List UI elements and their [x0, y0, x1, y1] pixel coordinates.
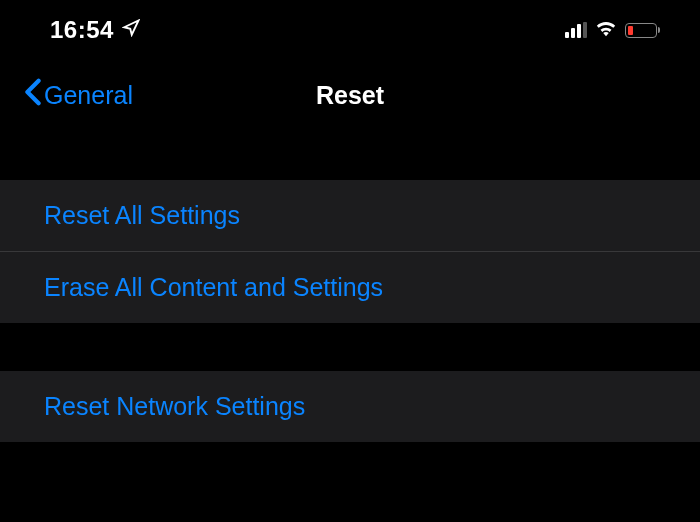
- status-bar: 16:54: [0, 0, 700, 60]
- location-icon: [122, 19, 140, 42]
- battery-icon: [625, 23, 660, 38]
- settings-group-1: Reset All Settings Erase All Content and…: [0, 180, 700, 323]
- status-right: [565, 19, 660, 41]
- cellular-signal-icon: [565, 22, 587, 38]
- section-spacer: [0, 130, 700, 180]
- page-title: Reset: [316, 81, 384, 110]
- wifi-icon: [595, 19, 617, 41]
- row-label: Reset Network Settings: [44, 392, 305, 420]
- back-label: General: [44, 81, 133, 110]
- row-label: Reset All Settings: [44, 201, 240, 229]
- back-button[interactable]: General: [24, 78, 133, 112]
- row-label: Erase All Content and Settings: [44, 273, 383, 301]
- status-left: 16:54: [50, 16, 140, 44]
- navigation-bar: General Reset: [0, 60, 700, 130]
- reset-all-settings-row[interactable]: Reset All Settings: [0, 180, 700, 252]
- erase-all-content-row[interactable]: Erase All Content and Settings: [0, 252, 700, 323]
- bottom-spacer: [0, 442, 700, 462]
- section-spacer: [0, 323, 700, 371]
- status-time: 16:54: [50, 16, 114, 44]
- reset-network-settings-row[interactable]: Reset Network Settings: [0, 371, 700, 442]
- chevron-left-icon: [24, 78, 42, 112]
